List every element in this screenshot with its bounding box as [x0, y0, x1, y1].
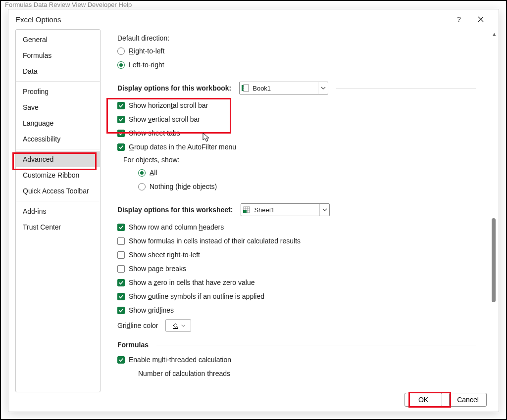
checkbox-multithreaded[interactable]: Enable multi-threaded calculation	[117, 354, 476, 366]
titlebar: Excel Options ?	[8, 9, 499, 29]
checkbox-group-dates[interactable]: Group dates in the AutoFilter menu	[117, 141, 476, 153]
default-direction-label: Default direction:	[117, 34, 476, 42]
sidebar-item-quick-access-toolbar[interactable]: Quick Access Toolbar	[16, 183, 100, 199]
checkbox-icon	[117, 265, 125, 273]
checkbox-outline-symbols[interactable]: Show outline symbols if an outline is ap…	[117, 290, 476, 302]
sidebar-item-data[interactable]: Data	[16, 63, 100, 79]
sidebar-item-language[interactable]: Language	[16, 115, 100, 131]
radio-objects-nothing[interactable]: Nothing (hide objects)	[138, 181, 476, 192]
section-divider	[156, 345, 476, 345]
help-button[interactable]: ?	[448, 9, 470, 29]
checkbox-page-breaks[interactable]: Show page breaks	[117, 263, 476, 275]
close-button[interactable]	[470, 9, 492, 29]
radio-label: All	[150, 169, 157, 177]
combo-value: Book1	[251, 85, 318, 92]
checkbox-icon	[117, 116, 125, 123]
checkbox-icon	[117, 143, 125, 151]
formulas-heading: Formulas	[117, 341, 149, 349]
gridline-color-label: Gridline color	[117, 322, 158, 329]
checkbox-icon	[117, 224, 125, 231]
checkbox-label: Show gridlines	[129, 306, 174, 314]
checkbox-sheet-tabs[interactable]: Show sheet tabs	[117, 127, 476, 139]
checkbox-icon	[117, 102, 125, 109]
svg-rect-4	[243, 210, 247, 213]
excel-sheet-icon	[241, 206, 252, 214]
sidebar-item-add-ins[interactable]: Add-ins	[16, 203, 100, 219]
sidebar-item-proofing[interactable]: Proofing	[16, 84, 100, 99]
checkbox-sheet-rtl[interactable]: Show sheet right-to-left	[117, 249, 476, 261]
sidebar-item-advanced[interactable]: Advanced	[16, 151, 100, 167]
radio-right-to-left[interactable]: Right-to-left	[117, 45, 476, 57]
radio-label: Right-to-left	[129, 47, 164, 55]
chevron-down-icon	[181, 325, 185, 327]
paint-bucket-icon	[171, 322, 179, 329]
checkbox-horizontal-scroll[interactable]: Show horizontal scroll bar	[117, 99, 476, 111]
sidebar-separator	[16, 201, 100, 201]
radio-icon	[117, 61, 125, 69]
sidebar-item-save[interactable]: Save	[16, 99, 100, 115]
radio-label: Nothing (hide objects)	[150, 183, 217, 190]
radio-label: Left-to-right	[129, 61, 164, 69]
checkbox-icon	[117, 293, 125, 300]
checkbox-label: Show page breaks	[129, 265, 186, 273]
checkbox-label: Show sheet tabs	[129, 129, 180, 137]
svg-text:X: X	[243, 87, 246, 91]
scroll-up-arrow[interactable]: ▴	[490, 29, 499, 38]
radio-icon	[138, 169, 146, 177]
ribbon-blurred: Formulas Data Review View Developer Help	[1, 1, 506, 9]
checkbox-label: Show sheet right-to-left	[129, 251, 200, 259]
radio-left-to-right[interactable]: Left-to-right	[117, 59, 476, 71]
checkbox-label: Show formulas in cells instead of their …	[129, 237, 301, 245]
gridline-color-picker[interactable]	[165, 319, 191, 332]
section-divider	[338, 210, 476, 210]
scroll-thumb[interactable]	[492, 218, 496, 302]
workbook-selector[interactable]: X Book1	[239, 82, 328, 94]
radio-objects-all[interactable]: All	[138, 167, 476, 179]
ok-button[interactable]: OK	[405, 393, 442, 407]
chevron-down-icon	[318, 82, 328, 94]
radio-icon	[117, 47, 125, 55]
checkbox-icon	[117, 356, 125, 364]
sidebar-separator	[16, 81, 100, 82]
svg-rect-5	[173, 328, 178, 329]
checkbox-show-zero[interactable]: Show a zero in cells that have zero valu…	[117, 277, 476, 288]
checkbox-label: Enable multi-threaded calculation	[129, 356, 231, 364]
checkbox-label: Group dates in the AutoFilter menu	[129, 143, 236, 151]
threads-label: Number of calculation threads	[138, 370, 230, 377]
sidebar-separator	[16, 149, 100, 149]
cancel-button[interactable]: Cancel	[449, 393, 487, 407]
checkbox-icon	[117, 130, 125, 137]
section-divider	[336, 88, 476, 89]
combo-value: Sheet1	[252, 206, 319, 214]
checkbox-vertical-scroll[interactable]: Show vertical scroll bar	[117, 113, 476, 125]
content-panel: Default direction: Right-to-left Left-to…	[105, 29, 490, 412]
checkbox-show-formulas[interactable]: Show formulas in cells instead of their …	[117, 235, 476, 247]
checkbox-gridlines[interactable]: Show gridlines	[117, 304, 476, 316]
checkbox-label: Show horizontal scroll bar	[129, 101, 208, 109]
checkbox-label: Show row and column headers	[129, 223, 224, 231]
sidebar-item-accessibility[interactable]: Accessibility	[16, 131, 100, 147]
checkbox-icon	[117, 237, 125, 245]
worksheet-selector[interactable]: Sheet1	[241, 203, 330, 216]
checkbox-row-col-headers[interactable]: Show row and column headers	[117, 221, 476, 233]
vertical-scrollbar[interactable]: ▴	[490, 29, 499, 412]
sidebar-item-general[interactable]: General	[16, 32, 100, 47]
checkbox-icon	[117, 251, 125, 259]
excel-options-dialog: Excel Options ? General Formulas Data Pr…	[8, 9, 499, 412]
sidebar-item-customize-ribbon[interactable]: Customize Ribbon	[16, 167, 100, 183]
worksheet-display-heading: Display options for this worksheet:	[117, 206, 233, 214]
checkbox-icon	[117, 307, 125, 314]
objects-label: For objects, show:	[123, 156, 476, 164]
excel-workbook-icon: X	[240, 84, 251, 92]
chevron-down-icon	[319, 204, 329, 216]
checkbox-label: Show outline symbols if an outline is ap…	[129, 292, 264, 300]
sidebar-item-formulas[interactable]: Formulas	[16, 47, 100, 63]
checkbox-icon	[117, 279, 125, 286]
dialog-title: Excel Options	[15, 15, 61, 24]
sidebar-item-trust-center[interactable]: Trust Center	[16, 219, 100, 235]
workbook-display-heading: Display options for this workbook:	[117, 84, 231, 92]
radio-icon	[138, 183, 146, 190]
checkbox-label: Show vertical scroll bar	[129, 115, 200, 123]
sidebar: General Formulas Data Proofing Save Lang…	[15, 29, 101, 392]
checkbox-label: Show a zero in cells that have zero valu…	[129, 279, 254, 286]
